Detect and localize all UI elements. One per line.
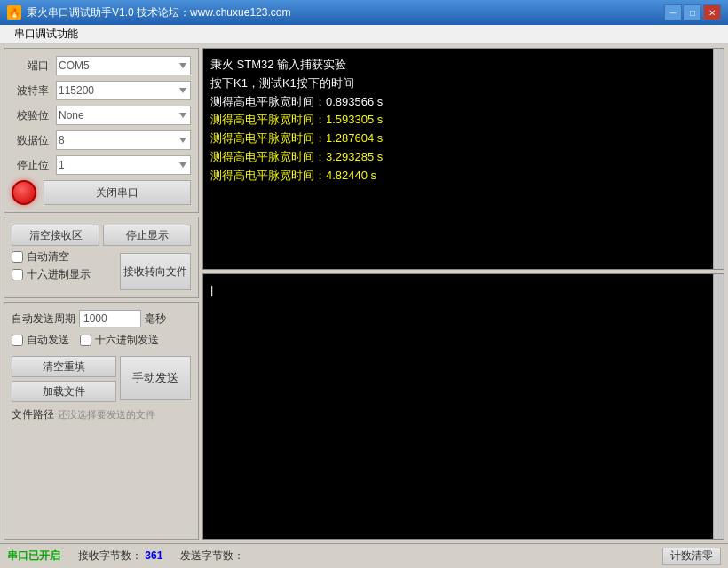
- receive-scrollbar[interactable]: [713, 49, 724, 269]
- count-zero-button[interactable]: 计数清零: [662, 548, 721, 565]
- menu-item-serial[interactable]: 串口调试功能: [7, 25, 85, 43]
- minimize-button[interactable]: ─: [664, 4, 682, 20]
- port-row: 端口 COM5: [12, 56, 191, 75]
- stop-display-button[interactable]: 停止显示: [103, 225, 191, 246]
- app-icon: 🔥: [7, 5, 21, 20]
- file-path-value: 还没选择要发送的文件: [58, 408, 155, 422]
- close-port-button[interactable]: 关闭串口: [44, 180, 191, 205]
- receive-terminal-wrapper: 秉火 STM32 输入捕获实验按下K1，测试K1按下的时间测得高电平脉宽时间：0…: [202, 48, 724, 270]
- maximize-button[interactable]: □: [684, 4, 701, 20]
- port-status-text: 串口已开启: [7, 548, 60, 564]
- serial-control-box: 端口 COM5 波特率 115200 校验位 None 数: [4, 48, 199, 213]
- title-bar-left: 🔥 秉火串口调试助手V1.0 技术论坛：www.chuxue123.com: [7, 5, 290, 20]
- auto-clear-label: 自动清空: [27, 249, 69, 264]
- clear-resend-button[interactable]: 清空重填: [12, 356, 116, 377]
- manual-send-button[interactable]: 手动发送: [120, 356, 191, 400]
- stopbits-row: 停止位 1: [12, 155, 191, 175]
- title-controls: ─ □ ✕: [664, 4, 721, 20]
- send-terminal[interactable]: |: [203, 274, 713, 539]
- right-panel: 秉火 STM32 输入捕获实验按下K1，测试K1按下的时间测得高电平脉宽时间：0…: [202, 48, 724, 540]
- close-button[interactable]: ✕: [703, 4, 721, 20]
- parity-label: 校验位: [12, 108, 56, 123]
- stopbits-select[interactable]: 1: [56, 155, 191, 175]
- auto-send-label: 自动发送: [27, 333, 69, 348]
- hex-send-checkbox[interactable]: [80, 335, 91, 346]
- port-control-row: 关闭串口: [12, 180, 191, 205]
- send-count-label: 发送字节数：: [180, 548, 244, 564]
- auto-clear-checkbox[interactable]: [12, 251, 23, 263]
- port-status-indicator: [12, 180, 36, 205]
- stopbits-label: 停止位: [12, 158, 56, 173]
- status-bar: 串口已开启 接收字节数： 361 发送字节数： 计数清零: [0, 543, 728, 568]
- left-panel: 端口 COM5 波特率 115200 校验位 None 数: [4, 48, 199, 540]
- recv-to-file-button[interactable]: 接收转向文件: [120, 253, 191, 290]
- receive-terminal[interactable]: 秉火 STM32 输入捕获实验按下K1，测试K1按下的时间测得高电平脉宽时间：0…: [203, 49, 713, 269]
- hex-display-label: 十六进制显示: [27, 267, 91, 282]
- title-text: 秉火串口调试助手V1.0 技术论坛：www.chuxue123.com: [27, 5, 290, 20]
- parity-row: 校验位 None: [12, 106, 191, 125]
- period-unit: 毫秒: [145, 312, 166, 327]
- hex-send-label: 十六进制发送: [95, 333, 159, 348]
- file-path-label: 文件路径: [12, 407, 54, 422]
- file-btn-area: 接收转向文件: [120, 253, 191, 290]
- main-content: 端口 COM5 波特率 115200 校验位 None 数: [0, 44, 728, 543]
- send-scrollbar[interactable]: [713, 274, 724, 539]
- port-label: 端口: [12, 59, 56, 74]
- send-terminal-wrapper: |: [202, 273, 724, 540]
- auto-send-period-label: 自动发送周期: [12, 312, 75, 327]
- port-select[interactable]: COM5: [56, 56, 191, 75]
- clear-recv-button[interactable]: 清空接收区: [12, 225, 99, 246]
- receive-control-box: 清空接收区 停止显示 自动清空 十六进制显示 接收转向文件: [4, 217, 199, 298]
- baud-select[interactable]: 115200: [56, 81, 191, 100]
- send-box: 自动发送周期 毫秒 自动发送 十六进制发送 清空重填 加载文件: [4, 302, 199, 540]
- auto-clear-row: 自动清空: [12, 249, 113, 264]
- hex-send-row: 十六进制发送: [80, 333, 159, 348]
- databits-select[interactable]: 8: [56, 130, 191, 150]
- recv-count-label: 接收字节数： 361: [78, 548, 162, 564]
- auto-send-period-row: 自动发送周期 毫秒: [12, 310, 191, 327]
- auto-send-checkbox[interactable]: [12, 335, 23, 346]
- hex-display-checkbox[interactable]: [12, 269, 23, 280]
- recv-btn-row: 清空接收区 停止显示: [12, 225, 191, 246]
- hex-display-row: 十六进制显示: [12, 267, 113, 282]
- baud-label: 波特率: [12, 83, 56, 99]
- send-cursor: |: [210, 283, 213, 296]
- load-file-button[interactable]: 加载文件: [12, 381, 116, 402]
- send-buttons-area: 清空重填 加载文件 手动发送: [12, 356, 191, 402]
- baud-row: 波特率 115200: [12, 81, 191, 100]
- recv-count-value: 361: [145, 549, 162, 562]
- file-path-row: 文件路径 还没选择要发送的文件: [12, 407, 191, 422]
- auto-send-row: 自动发送: [12, 333, 69, 348]
- menu-bar: 串口调试功能: [0, 25, 728, 44]
- databits-row: 数据位 8: [12, 130, 191, 150]
- databits-label: 数据位: [12, 133, 56, 148]
- period-input[interactable]: [79, 310, 141, 327]
- send-left-btns: 清空重填 加载文件: [12, 356, 116, 402]
- parity-select[interactable]: None: [56, 106, 191, 125]
- title-bar: 🔥 秉火串口调试助手V1.0 技术论坛：www.chuxue123.com ─ …: [0, 0, 728, 25]
